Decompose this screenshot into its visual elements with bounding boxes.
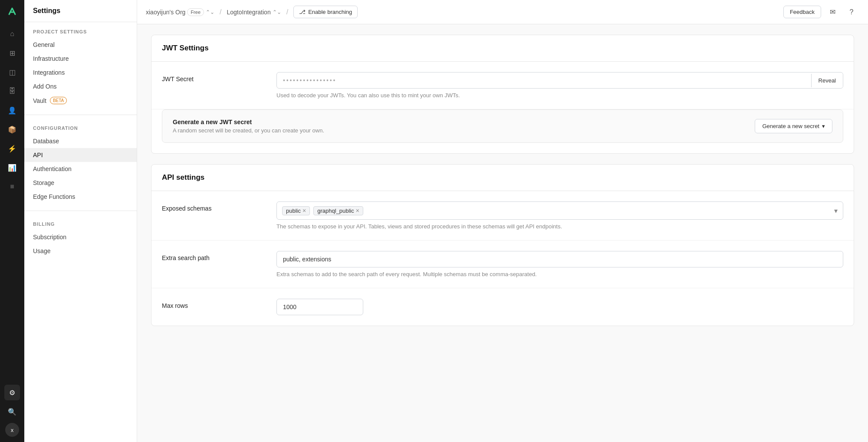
tag-label: graphql_public (317, 208, 354, 214)
project-selector[interactable]: LogtoIntegration ⌃⌄ (227, 9, 281, 16)
org-name: xiaoyijun's Org (146, 9, 185, 16)
logs-icon[interactable]: ≡ (4, 179, 20, 195)
main: xiaoyijun's Org Free ⌃⌄ / LogtoIntegrati… (137, 0, 868, 442)
sidebar-item-usage[interactable]: Usage (24, 244, 137, 258)
org-selector[interactable]: xiaoyijun's Org Free ⌃⌄ (146, 8, 214, 16)
icon-bar: ⌂ ⊞ ◫ 🗄 👤 📦 ⚡ 📊 ≡ ⚙ 🔍 x (0, 0, 24, 442)
sidebar: Settings PROJECT SETTINGS General Infras… (24, 0, 137, 442)
functions-icon[interactable]: ⚡ (4, 141, 20, 156)
topbar-actions: Feedback ✉ ? (783, 4, 859, 20)
schema-tag-graphql-public[interactable]: graphql_public × (313, 206, 363, 215)
max-rows-input[interactable] (276, 299, 363, 315)
jwt-secret-hint: Used to decode your JWTs. You can also u… (276, 92, 843, 99)
auth-icon[interactable]: 👤 (4, 102, 20, 118)
jwt-secret-field: Reveal Used to decode your JWTs. You can… (276, 72, 843, 99)
avatar-icon[interactable]: x (5, 423, 19, 437)
sidebar-item-label: Integrations (33, 69, 65, 76)
mail-icon[interactable]: ✉ (825, 4, 840, 20)
jwt-settings-title: JWT Settings (151, 35, 854, 62)
database-icon[interactable]: 🗄 (4, 83, 20, 99)
breadcrumb-sep-1: / (220, 8, 221, 16)
sidebar-item-database[interactable]: Database (24, 134, 137, 148)
reveal-button[interactable]: Reveal (811, 74, 843, 87)
sidebar-item-edge-functions[interactable]: Edge Functions (24, 190, 137, 204)
project-settings-title: PROJECT SETTINGS (24, 29, 137, 38)
generate-box-text: Generate a new JWT secret A random secre… (173, 119, 324, 134)
sidebar-item-authentication[interactable]: Authentication (24, 162, 137, 176)
project-settings-section: PROJECT SETTINGS General Infrastructure … (24, 22, 137, 111)
settings-icon[interactable]: ⚙ (4, 385, 20, 400)
sidebar-divider-2 (24, 211, 137, 211)
configuration-title: CONFIGURATION (24, 125, 137, 134)
exposed-schemas-hint: The schemas to expose in your API. Table… (276, 223, 843, 230)
sidebar-item-label: Infrastructure (33, 55, 69, 62)
api-settings-card: API settings Exposed schemas public × gr… (151, 164, 854, 326)
sidebar-item-label: Usage (33, 247, 50, 254)
generate-secret-box: Generate a new JWT secret A random secre… (162, 109, 843, 143)
sidebar-divider-1 (24, 115, 137, 115)
search-icon[interactable]: 🔍 (4, 404, 20, 419)
sidebar-item-label: API (33, 152, 43, 158)
editor-icon[interactable]: ◫ (4, 64, 20, 80)
generate-secret-label: Generate a new secret (762, 123, 819, 129)
branch-icon: ⎇ (299, 9, 306, 15)
topbar: xiaoyijun's Org Free ⌃⌄ / LogtoIntegrati… (137, 0, 868, 24)
max-rows-label: Max rows (162, 299, 266, 309)
sidebar-item-add-ons[interactable]: Add Ons (24, 79, 137, 93)
reports-icon[interactable]: 📊 (4, 160, 20, 175)
app-logo[interactable] (6, 5, 18, 19)
jwt-secret-input[interactable] (277, 73, 811, 88)
project-chevron-icon: ⌃⌄ (273, 9, 281, 15)
chevron-down-icon: ▾ (822, 123, 825, 129)
project-name: LogtoIntegration (227, 9, 270, 16)
sidebar-item-label: Add Ons (33, 83, 56, 90)
billing-section: BILLING Subscription Usage (24, 214, 137, 261)
schemas-chevron-icon: ▾ (834, 207, 838, 215)
exposed-schemas-input[interactable]: public × graphql_public × ▾ (276, 201, 843, 220)
jwt-secret-row: JWT Secret Reveal Used to decode your JW… (151, 62, 854, 109)
sidebar-item-subscription[interactable]: Subscription (24, 230, 137, 244)
generate-secret-button[interactable]: Generate a new secret ▾ (755, 119, 832, 133)
exposed-schemas-row: Exposed schemas public × graphql_public … (151, 191, 854, 241)
generate-box-title: Generate a new JWT secret (173, 119, 324, 125)
extra-search-path-row: Extra search path Extra schemas to add t… (151, 241, 854, 288)
feedback-button[interactable]: Feedback (783, 6, 821, 18)
remove-public-tag-icon[interactable]: × (302, 208, 306, 214)
jwt-settings-card: JWT Settings JWT Secret Reveal Used to d… (151, 35, 854, 154)
extra-search-path-field: Extra schemas to add to the search path … (276, 251, 843, 277)
sidebar-item-storage[interactable]: Storage (24, 176, 137, 190)
sidebar-item-infrastructure[interactable]: Infrastructure (24, 52, 137, 66)
api-settings-title: API settings (151, 165, 854, 191)
max-rows-field (276, 299, 843, 315)
home-icon[interactable]: ⌂ (4, 26, 20, 42)
sidebar-item-general[interactable]: General (24, 38, 137, 52)
exposed-schemas-label: Exposed schemas (162, 201, 266, 212)
extra-search-path-hint: Extra schemas to add to the search path … (276, 271, 843, 277)
sidebar-item-label: Database (33, 138, 59, 145)
remove-graphql-public-tag-icon[interactable]: × (356, 208, 359, 214)
sidebar-item-label: General (33, 41, 55, 48)
table-icon[interactable]: ⊞ (4, 45, 20, 61)
jwt-secret-label: JWT Secret (162, 72, 266, 82)
help-icon[interactable]: ? (844, 4, 859, 20)
sidebar-item-api[interactable]: API (24, 148, 137, 162)
org-chevron-icon: ⌃⌄ (206, 9, 214, 15)
sidebar-item-label: Edge Functions (33, 193, 75, 200)
jwt-secret-input-container: Reveal (276, 72, 843, 89)
extra-search-path-input[interactable] (276, 251, 843, 267)
sidebar-item-label: Storage (33, 179, 54, 186)
sidebar-item-label: Vault (33, 97, 46, 104)
content-area: JWT Settings JWT Secret Reveal Used to d… (137, 24, 868, 442)
breadcrumb-sep-2: / (286, 8, 288, 16)
schema-tag-public[interactable]: public × (282, 206, 310, 215)
sidebar-item-label: Authentication (33, 165, 72, 172)
sidebar-item-vault[interactable]: Vault BETA (24, 93, 137, 108)
storage-icon[interactable]: 📦 (4, 122, 20, 137)
sidebar-item-integrations[interactable]: Integrations (24, 66, 137, 79)
enable-branching-label: Enable branching (308, 9, 352, 15)
generate-box-desc: A random secret will be created, or you … (173, 127, 324, 134)
enable-branching-button[interactable]: ⎇ Enable branching (293, 6, 358, 18)
max-rows-row: Max rows (151, 288, 854, 326)
configuration-section: CONFIGURATION Database API Authenticatio… (24, 119, 137, 207)
billing-title: BILLING (24, 221, 137, 230)
